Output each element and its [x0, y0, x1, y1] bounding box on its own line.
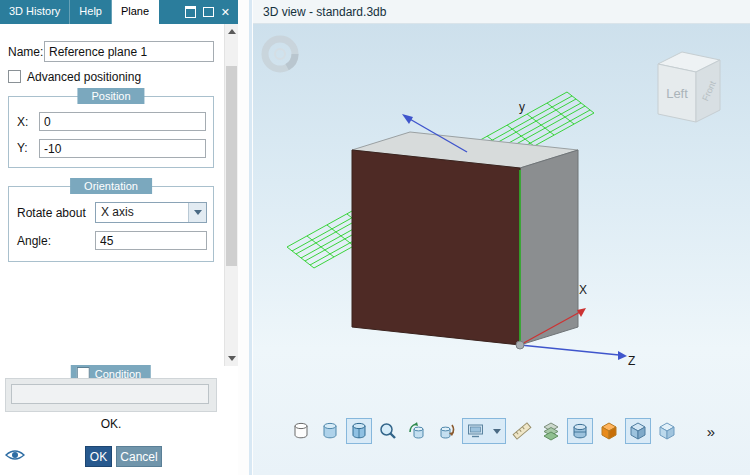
window-controls: ✕ — [185, 0, 238, 24]
close-icon[interactable]: ✕ — [221, 7, 230, 17]
cylinder-shaded-icon[interactable] — [317, 418, 343, 444]
orientation-group: Orientation Rotate about X axis Angle: — [8, 186, 214, 262]
viewport-title-bar: 3D view - standard.3db — [253, 0, 750, 24]
z-axis-label: Z — [628, 354, 635, 368]
angle-label: Angle: — [17, 234, 51, 248]
blue-cube-framed-icon[interactable] — [625, 418, 651, 444]
blue-cube-icon[interactable] — [654, 418, 680, 444]
triangle-up-icon — [228, 29, 236, 34]
panel-splitter[interactable] — [238, 0, 253, 475]
maximize-icon[interactable] — [203, 7, 214, 17]
cylinder-rotate-icon[interactable] — [404, 418, 430, 444]
combo-dropdown-button[interactable] — [188, 203, 206, 222]
triangle-down-icon — [228, 356, 236, 361]
scroll-up-button[interactable] — [225, 24, 238, 39]
cube-front-face[interactable] — [352, 150, 520, 345]
viewport-title: 3D view - standard.3db — [263, 5, 386, 19]
chevron-down-icon — [493, 429, 501, 434]
x-label: X: — [17, 115, 28, 129]
application-window: 3D History Help Plane ✕ Name: Advanced p… — [0, 0, 750, 475]
advanced-positioning-label: Advanced positioning — [27, 70, 141, 84]
tab-help[interactable]: Help — [70, 0, 112, 24]
dock-tab-bar: 3D History Help Plane ✕ — [0, 0, 238, 24]
mesh-layers-icon[interactable] — [538, 418, 564, 444]
rotate-about-combo[interactable]: X axis — [95, 202, 207, 223]
origin-point[interactable] — [516, 341, 524, 349]
tab-plane[interactable]: Plane — [112, 0, 159, 24]
vertical-scrollbar[interactable] — [224, 24, 238, 366]
navigation-cube[interactable]: Left Front — [658, 52, 720, 122]
name-label: Name: — [8, 45, 43, 59]
cylinder-turntable-icon[interactable] — [433, 418, 459, 444]
cylinder-section-icon[interactable] — [567, 418, 593, 444]
orange-cube-icon[interactable] — [596, 418, 622, 444]
zoom-icon[interactable] — [375, 418, 401, 444]
orientation-group-header: Orientation — [70, 178, 152, 194]
y-label: Y: — [17, 141, 28, 155]
position-group: Position X: Y: — [8, 96, 214, 168]
view-preset-combo[interactable] — [462, 418, 506, 444]
3d-scene[interactable]: y Z X Left Front — [253, 24, 750, 475]
x-axis-label: X — [579, 283, 587, 297]
compass-icon[interactable] — [265, 39, 295, 69]
name-input[interactable] — [44, 41, 214, 62]
y-input[interactable] — [39, 139, 206, 158]
nav-cube-left-face-label[interactable]: Left — [666, 86, 688, 101]
ok-button[interactable]: OK — [85, 446, 112, 467]
scrollbar-thumb[interactable] — [226, 66, 237, 266]
cylinder-wireframe-icon[interactable] — [288, 418, 314, 444]
ruler-icon[interactable] — [509, 418, 535, 444]
cancel-button[interactable]: Cancel — [116, 446, 162, 467]
angle-input[interactable] — [95, 231, 207, 250]
toolbar-overflow-chevron[interactable]: » — [707, 424, 715, 439]
tab-3d-history[interactable]: 3D History — [0, 0, 70, 24]
condition-panel — [5, 378, 217, 412]
scroll-down-button[interactable] — [225, 351, 238, 366]
status-text: OK. — [0, 417, 222, 431]
dock-window-icon[interactable] — [185, 6, 196, 18]
cylinder-shaded-edges-icon[interactable] — [346, 418, 372, 444]
viewport-toolbar: » — [253, 415, 750, 447]
rotate-about-label: Rotate about — [17, 206, 86, 220]
plane-dialog-panel: 3D History Help Plane ✕ Name: Advanced p… — [0, 0, 238, 475]
y-axis-label: y — [519, 100, 525, 114]
cube-right-face[interactable] — [520, 150, 578, 345]
solid-cube[interactable] — [352, 132, 578, 345]
chevron-down-icon — [194, 210, 202, 215]
rotate-about-value: X axis — [96, 203, 188, 222]
visibility-eye-icon[interactable] — [5, 448, 25, 462]
x-input[interactable] — [39, 112, 206, 131]
condition-input — [11, 384, 209, 404]
3d-viewport[interactable]: y Z X Left Front — [253, 24, 750, 475]
advanced-positioning-checkbox[interactable] — [8, 70, 21, 83]
position-group-header: Position — [77, 88, 144, 104]
